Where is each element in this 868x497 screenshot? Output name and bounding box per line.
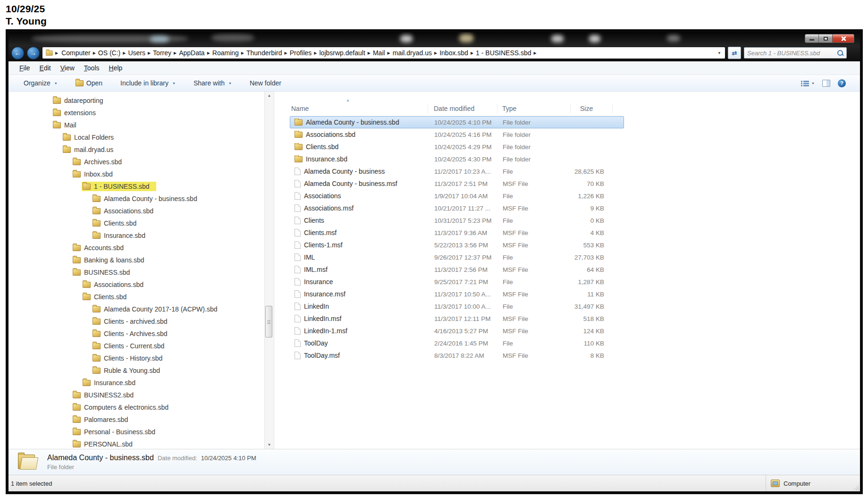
tree-item[interactable]: Clients - archived.sbd (8, 315, 264, 328)
tree-item[interactable]: Computers & electronics.sbd (8, 401, 264, 413)
column-header-date-modified[interactable]: Date modified (434, 105, 474, 112)
column-divider[interactable] (612, 104, 613, 113)
table-row[interactable]: Associations.sbd10/24/2025 4:16 PMFile f… (290, 128, 624, 141)
preview-pane-button[interactable] (822, 80, 830, 87)
maximize-button[interactable] (819, 34, 833, 43)
address-bar[interactable]: ▶ Computer▶OS (C:)▶Users▶Torrey▶AppData▶… (42, 47, 725, 59)
tree-item[interactable]: Clients.sbd (8, 291, 264, 303)
tree-item[interactable]: Inbox.sbd (8, 168, 264, 180)
tree-item[interactable]: Personal - Business.sbd (8, 426, 264, 438)
tree-item[interactable]: Ruble & Young.sbd (8, 364, 264, 377)
tree-item[interactable]: datareporting (8, 94, 264, 107)
resize-grip[interactable] (853, 484, 859, 490)
scroll-up-icon[interactable]: ▲ (265, 93, 274, 98)
tree-item[interactable]: Mail (8, 119, 264, 131)
menu-edit[interactable]: Edit (35, 63, 55, 73)
menu-view[interactable]: View (56, 63, 79, 73)
tree-item[interactable]: Associations.sbd (8, 205, 264, 217)
breadcrumb-item[interactable]: Mail (371, 49, 387, 57)
scrollbar-thumb[interactable] (265, 306, 272, 337)
menu-tools[interactable]: Tools (80, 63, 104, 73)
table-row[interactable]: IML.msf11/3/2017 2:56 PMMSF File64 KB (290, 263, 624, 276)
tree-item[interactable]: PERSONAL.sbd (8, 438, 264, 449)
table-row[interactable]: Insurance.sbd10/24/2025 4:30 PMFile fold… (290, 153, 624, 165)
table-row[interactable]: Alameda County - business11/2/2017 10:23… (290, 165, 624, 177)
tree-item-label: mail.dryad.us (74, 146, 113, 153)
breadcrumb-item[interactable]: Torrey (152, 49, 173, 57)
search-input[interactable]: Search 1 - BUSINESS.sbd (747, 50, 837, 57)
table-row[interactable]: Associations.msf10/21/2017 11:27 ...MSF … (290, 202, 624, 214)
breadcrumb-item[interactable]: Roaming (211, 49, 240, 57)
column-header-name[interactable]: Name (291, 105, 309, 112)
file-list-header: ▲ Name Date modified Type Size (274, 92, 860, 116)
menu-help[interactable]: Help (105, 63, 127, 73)
help-button[interactable]: ? (838, 79, 846, 87)
column-header-size[interactable]: Size (580, 105, 593, 112)
breadcrumb-item[interactable]: OS (C:) (97, 49, 122, 57)
breadcrumb-item[interactable]: Inbox.sbd (438, 49, 470, 57)
tree-item[interactable]: Archives.sbd (8, 156, 264, 168)
table-row[interactable]: Alameda County - business.sbd10/24/2025 … (290, 116, 624, 128)
tree-item[interactable]: Alameda County - business.sbd (8, 193, 264, 205)
share-with-button[interactable]: Share with ▼ (189, 77, 236, 89)
forward-button[interactable]: → (27, 47, 40, 59)
organize-button[interactable]: Organize ▼ (19, 77, 62, 89)
column-divider[interactable] (428, 104, 428, 113)
tree-item[interactable]: Clients - History.sbd (8, 352, 264, 364)
tree-item[interactable]: 1 - BUSINESS.sbd (8, 180, 264, 193)
open-button[interactable]: Open (71, 77, 107, 89)
refresh-button[interactable]: ⇄ (728, 47, 741, 59)
breadcrumb-item[interactable]: AppData (177, 49, 206, 57)
tree-item[interactable]: Accounts.sbd (8, 242, 264, 254)
tree-item[interactable]: BUSINESS2.sbd (8, 389, 264, 401)
table-row[interactable]: ToolDay.msf8/3/2017 8:22 AMMSF File8 KB (290, 349, 624, 362)
scroll-down-icon[interactable]: ▼ (265, 443, 274, 447)
tree-item[interactable]: Clients.sbd (8, 217, 264, 229)
tree-item[interactable]: Palomares.sbd (8, 413, 264, 426)
change-view-button[interactable]: ▼ (801, 80, 815, 86)
include-in-library-button[interactable]: Include in library ▼ (116, 77, 180, 89)
breadcrumb-item[interactable]: Users (126, 49, 147, 57)
tree-item[interactable]: Local Folders (8, 131, 264, 143)
table-row[interactable]: Associations1/9/2017 10:04 AMFile1,226 K… (290, 190, 624, 202)
column-divider[interactable] (570, 104, 571, 113)
breadcrumb-item[interactable]: Profiles (288, 49, 313, 57)
breadcrumb-item[interactable]: 1 - BUSINESS.sbd (474, 49, 533, 57)
tree-scrollbar[interactable]: ▲ ▼ (264, 92, 274, 449)
minimize-button[interactable] (805, 34, 819, 43)
tree-item[interactable]: Clients - Archives.sbd (8, 328, 264, 340)
table-row[interactable]: LinkedIn11/3/2017 10:00 A...File31,497 K… (290, 300, 624, 312)
table-row[interactable]: Insurance9/25/2017 7:21 PMFile1,287 KB (290, 276, 624, 288)
tree-item[interactable]: Insurance.sbd (8, 229, 264, 242)
table-row[interactable]: Insurance.msf11/3/2017 10:50 A...MSF Fil… (290, 288, 624, 300)
back-button[interactable]: ← (11, 47, 24, 59)
breadcrumb-item[interactable]: mail.dryad.us (391, 49, 433, 57)
tree-item[interactable]: mail.dryad.us (8, 143, 264, 156)
address-dropdown-icon[interactable]: ▼ (717, 51, 722, 55)
table-row[interactable]: Alameda County - business.msf11/3/2017 2… (290, 177, 624, 190)
table-row[interactable]: IML9/26/2017 12:37 PMFile27,703 KB (290, 251, 624, 263)
tree-item[interactable]: Banking & loans.sbd (8, 254, 264, 266)
breadcrumb-item[interactable]: Thunderbird (245, 49, 284, 57)
column-divider[interactable] (497, 104, 497, 113)
tree-item[interactable]: Associations.sbd (8, 278, 264, 291)
tree-item[interactable]: Alameda County 2017-18 (ACPW).sbd (8, 303, 264, 315)
menu-file[interactable]: File (15, 63, 34, 73)
tree-item[interactable]: extensions (8, 107, 264, 119)
close-button[interactable] (833, 34, 854, 43)
table-row[interactable]: LinkedIn.msf11/3/2017 12:11 PMMSF File51… (290, 312, 624, 325)
new-folder-button[interactable]: New folder (245, 77, 286, 89)
breadcrumb-item[interactable]: Computer (60, 49, 92, 57)
table-row[interactable]: Clients10/31/2017 5:23 PMFile0 KB (290, 214, 624, 227)
table-row[interactable]: LinkedIn-1.msf4/16/2013 5:27 PMMSF File1… (290, 325, 624, 337)
tree-item[interactable]: BUSINESS.sbd (8, 266, 264, 278)
table-row[interactable]: ToolDay2/24/2016 1:45 PMFile110 KB (290, 337, 624, 349)
table-row[interactable]: Clients-1.msf5/22/2013 3:56 PMMSF File55… (290, 239, 624, 251)
search-box[interactable]: Search 1 - BUSINESS.sbd (744, 47, 847, 59)
tree-item[interactable]: Clients - Current.sbd (8, 340, 264, 352)
table-row[interactable]: Clients.msf11/3/2017 9:36 AMMSF File4 KB (290, 227, 624, 239)
tree-item[interactable]: Insurance.sbd (8, 377, 264, 389)
breadcrumb-item[interactable]: lojbsrwp.default (318, 49, 367, 57)
column-header-type[interactable]: Type (502, 105, 516, 112)
table-row[interactable]: Clients.sbd10/24/2025 4:29 PMFile folder (290, 141, 624, 153)
